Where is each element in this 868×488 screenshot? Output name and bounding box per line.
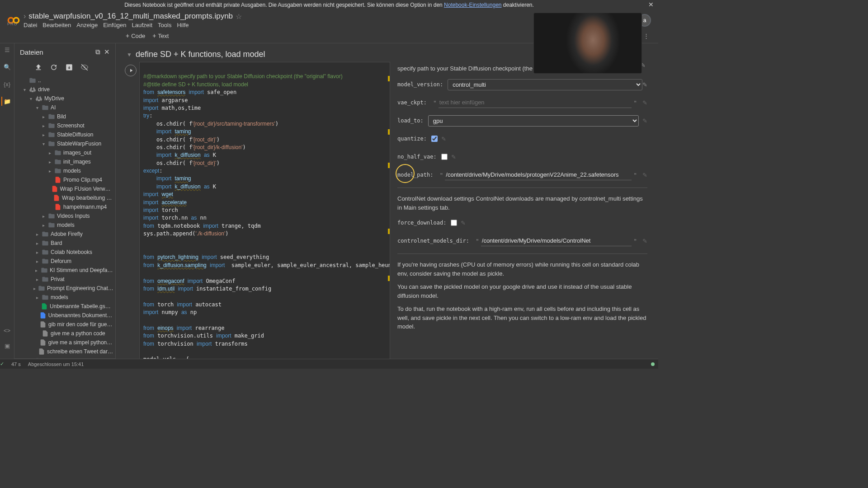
banner-link[interactable]: Notebook-Einstellungen xyxy=(444,2,501,8)
edit-icon[interactable]: ✎ xyxy=(441,136,446,142)
menu-einfuegen[interactable]: Einfügen xyxy=(103,22,126,28)
tree-item[interactable]: give me a simpel python code xyxy=(14,338,115,347)
param-force-download: force_download: ✎ xyxy=(397,216,647,229)
tree-item[interactable]: hampelmann.mp4 xyxy=(14,202,115,211)
tree-item[interactable]: Wrap bearbeitung 2.... xyxy=(14,193,115,202)
code-icon[interactable]: <> xyxy=(3,326,12,335)
notebook-title[interactable]: stable_warpfusion_v0_16_12_multi_masked_… xyxy=(28,12,233,21)
status-check-icon: ✓ xyxy=(0,361,4,367)
no-half-vae-checkbox[interactable] xyxy=(441,154,448,160)
tree-item[interactable]: ▾drive xyxy=(14,85,115,94)
menu-tools[interactable]: Tools xyxy=(158,22,171,28)
tree-item[interactable]: ▸KI Stimmen und Deepfakes xyxy=(14,266,115,275)
param-controlnet-dir: controlnet_models_dir: " " ✎ xyxy=(397,235,647,247)
banner-text: Dieses Notebook ist geöffnet und enthält… xyxy=(124,2,444,8)
tree-item[interactable]: give me a python code xyxy=(14,329,115,338)
tree-item[interactable]: ▸Videos Inputs xyxy=(14,211,115,221)
tree-item[interactable]: Wrap FUsion Verwand... xyxy=(14,184,115,193)
connection-indicator xyxy=(651,362,655,366)
code-editor[interactable]: #@markdown specify path to your Stable D… xyxy=(139,62,390,369)
param-model-version: model_version: control_multi ✎ xyxy=(397,78,647,91)
file-tree[interactable]: ..▾drive▾MyDrive▾AI▸Bild▸Screenshot▸Stab… xyxy=(14,76,115,358)
search-icon[interactable]: 🔍 xyxy=(3,62,12,71)
edit-icon[interactable]: ✎ xyxy=(642,117,647,124)
tree-item[interactable]: ▸models xyxy=(14,166,115,175)
run-button[interactable] xyxy=(125,65,137,76)
status-time: 47 s xyxy=(11,361,21,367)
quantize-checkbox[interactable] xyxy=(431,136,438,142)
menu-laufzeit[interactable]: Laufzeit xyxy=(132,22,153,28)
divider xyxy=(397,253,647,254)
more-icon[interactable]: ⋮ xyxy=(642,31,651,41)
tree-item[interactable]: ▸init_images xyxy=(14,157,115,166)
tree-item[interactable]: ▸StableDiffusion xyxy=(14,130,115,139)
tree-item[interactable]: ▸Adobe Firefly xyxy=(14,230,115,239)
edit-icon[interactable]: ✎ xyxy=(642,238,647,244)
close-sidebar-icon[interactable]: ✕ xyxy=(104,48,110,56)
upload-icon[interactable] xyxy=(34,63,42,71)
star-icon[interactable]: ☆ xyxy=(236,12,242,21)
edit-icon[interactable]: ✎ xyxy=(642,81,647,88)
hidden-icon[interactable] xyxy=(80,63,89,71)
menu-anzeige[interactable]: Anzeige xyxy=(76,22,98,28)
load-to-select[interactable]: gpu xyxy=(428,115,639,127)
tree-item[interactable]: ▸Bard xyxy=(14,239,115,248)
tree-item[interactable]: ▸images_out xyxy=(14,148,115,157)
tree-item[interactable]: ▸models xyxy=(14,221,115,230)
terminal-icon[interactable]: ▣ xyxy=(3,341,12,350)
cell-title: define SD + K functions, load model xyxy=(136,50,265,59)
tree-item[interactable]: ▸Screenshot xyxy=(14,121,115,130)
tree-item[interactable]: ▸Colab Notebooks xyxy=(14,248,115,257)
param-vae-ckpt: vae_ckpt: " " ✎ xyxy=(397,96,647,109)
model-version-select[interactable]: control_multi xyxy=(448,79,642,90)
left-rail: ☰ 🔍 {x} 📁 <> ▣ >_ xyxy=(0,43,14,369)
tree-item[interactable]: schreibe einen Tweet darüber ... xyxy=(14,347,115,356)
tree-item[interactable]: Unbenannte Tabelle.gsheet xyxy=(14,302,115,311)
tree-item[interactable]: ▸Deforum xyxy=(14,257,115,266)
notebook-area[interactable]: ▼ define SD + K functions, load model #@… xyxy=(116,43,658,369)
edit-icon[interactable]: ✎ xyxy=(451,154,456,160)
tree-item[interactable]: ▸Privat xyxy=(14,275,115,284)
edit-icon[interactable]: ✎ xyxy=(461,220,466,226)
variables-icon[interactable]: {x} xyxy=(3,80,12,89)
collapse-icon[interactable]: ▼ xyxy=(127,52,132,58)
menu-datei[interactable]: Datei xyxy=(24,22,37,28)
menu-icon[interactable]: ☰ xyxy=(3,45,12,54)
menu-bearbeiten[interactable]: Bearbeiten xyxy=(42,22,71,28)
menu-bar: Datei Bearbeiten Anzeige Einfügen Laufze… xyxy=(24,22,242,28)
force-download-checkbox[interactable] xyxy=(451,220,457,226)
files-icon[interactable]: 📁 xyxy=(1,97,10,106)
tree-item[interactable]: Promo Clip.mp4 xyxy=(14,175,115,184)
vae-ckpt-input[interactable] xyxy=(439,97,632,108)
webcam-overlay xyxy=(533,13,642,74)
chevron-right-icon[interactable]: › xyxy=(24,12,26,20)
param-quantize: quantize: ✎ xyxy=(397,132,647,145)
run-button-container xyxy=(125,62,139,369)
tree-item[interactable]: ▾AI xyxy=(14,103,115,112)
add-code-button[interactable]: +Code xyxy=(122,30,149,41)
edit-icon[interactable]: ✎ xyxy=(642,172,647,178)
info-text: If you're having crashes (CPU out of mem… xyxy=(397,260,647,278)
refresh-icon[interactable] xyxy=(50,63,58,71)
tree-item[interactable]: ▸Prompt Engineering ChatGPT,... xyxy=(14,284,115,293)
new-window-icon[interactable]: ⧉ xyxy=(95,48,100,56)
model-path-input[interactable] xyxy=(445,169,632,180)
edit-icon[interactable]: ✎ xyxy=(642,99,647,106)
file-sidebar: Dateien ⧉ ✕ ..▾drive▾MyDrive▾AI▸Bild▸Scr… xyxy=(14,43,116,369)
close-icon[interactable]: ✕ xyxy=(648,1,654,8)
tree-item[interactable]: .. xyxy=(14,76,115,85)
menu-hilfe[interactable]: Hilfe xyxy=(177,22,189,28)
tree-item[interactable]: ▾MyDrive xyxy=(14,94,115,103)
tree-item[interactable]: gib mir den code für guess t... xyxy=(14,320,115,329)
mount-drive-icon[interactable] xyxy=(65,63,73,71)
add-text-button[interactable]: +Text xyxy=(149,30,172,41)
status-text: Abgeschlossen um 15:41 xyxy=(28,361,84,367)
info-text: To do that, run the notebook with a high… xyxy=(397,305,647,331)
tree-item[interactable]: ▸Bild xyxy=(14,112,115,121)
tree-item[interactable]: ▸models xyxy=(14,293,115,302)
controlnet-dir-input[interactable] xyxy=(481,235,632,246)
tree-item[interactable]: Unbenanntes Dokument.gdoc xyxy=(14,311,115,320)
tree-item[interactable]: ▾StableWarpFusion xyxy=(14,139,115,148)
notification-banner: Dieses Notebook ist geöffnet und enthält… xyxy=(0,0,658,10)
info-text: You can save the pickled model on your g… xyxy=(397,282,647,300)
